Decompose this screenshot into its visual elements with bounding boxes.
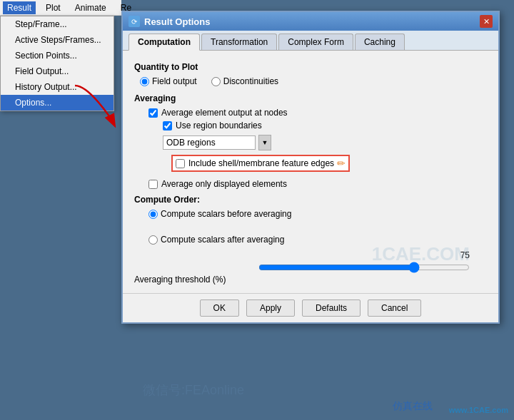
include-shell-highlighted-row: Include shell/membrane feature edges ✏ <box>171 155 350 172</box>
tab-caching[interactable]: Caching <box>355 34 405 50</box>
compute-order-title: Compute Order: <box>134 195 487 205</box>
result-dropdown-menu: Step/Frame... Active Steps/Frames... Sec… <box>0 16 114 111</box>
cancel-button[interactable]: Cancel <box>368 299 421 317</box>
defaults-button[interactable]: Defaults <box>302 299 361 317</box>
quantity-to-plot-title: Quantity to Plot <box>134 62 487 72</box>
menu-item-step-frame[interactable]: Step/Frame... <box>1 16 114 32</box>
average-only-label: Average only displayed elements <box>161 179 287 189</box>
compute-after-label[interactable]: Compute scalars after averaging <box>148 235 487 245</box>
slider-container <box>258 262 470 273</box>
average-element-checkbox[interactable] <box>148 108 158 118</box>
dialog-icon: ⟳ <box>128 16 140 27</box>
dialog-title-text: Result Options <box>144 16 210 27</box>
use-region-checkbox[interactable] <box>163 121 172 130</box>
menu-item-options[interactable]: Options... <box>1 95 114 111</box>
compute-order-group: Compute scalars before averaging Compute… <box>148 209 487 245</box>
fangzhen-watermark: 仿真在线 <box>393 400 433 413</box>
field-output-radio[interactable] <box>140 77 149 86</box>
tab-computation[interactable]: Computation <box>128 34 200 51</box>
menu-item-history-output[interactable]: History Output... <box>1 79 114 95</box>
averaging-title: Averaging <box>134 93 487 103</box>
tab-complex-form[interactable]: Complex Form <box>278 34 353 50</box>
dialog-title-area: ⟳ Result Options <box>128 16 210 27</box>
menubar: Result Plot Animate Re <box>0 0 121 16</box>
discontinuities-radio[interactable] <box>211 77 221 86</box>
quantity-to-plot-group: Field output Discontinuities <box>140 76 487 86</box>
compute-after-text: Compute scalars after averaging <box>161 235 284 245</box>
field-output-radio-label[interactable]: Field output <box>140 76 197 86</box>
compute-before-radio[interactable] <box>148 210 158 219</box>
average-element-label: Average element output at nodes <box>161 108 288 118</box>
discontinuities-radio-label[interactable]: Discontinuities <box>211 76 278 86</box>
dialog-close-button[interactable]: ✕ <box>480 15 493 28</box>
menu-result[interactable]: Result <box>3 1 36 14</box>
apply-button[interactable]: Apply <box>246 299 295 317</box>
corner-watermark: www.1CAE.com <box>449 406 508 414</box>
select-dropdown-arrow[interactable]: ▼ <box>258 135 271 150</box>
menu-animate[interactable]: Animate <box>71 1 111 14</box>
compute-before-text: Compute scalars before averaging <box>161 209 291 219</box>
result-options-dialog: ⟳ Result Options ✕ Computation Transform… <box>121 11 500 324</box>
center-watermark: 微信号:FEAonline <box>143 381 244 399</box>
tab-bar: Computation Transformation Complex Form … <box>123 31 498 51</box>
menu-item-active-steps[interactable]: Active Steps/Frames... <box>1 32 114 48</box>
average-element-row: Average element output at nodes <box>148 108 487 118</box>
field-output-label: Field output <box>152 76 197 86</box>
averaging-threshold-slider[interactable] <box>258 262 470 273</box>
dialog-footer: OK Apply Defaults Cancel <box>123 293 498 322</box>
averaging-threshold-label: Averaging threshold (%) <box>134 275 487 285</box>
include-shell-checkbox[interactable] <box>176 159 185 168</box>
average-only-row: Average only displayed elements <box>148 179 487 189</box>
slider-value-text: 75 <box>460 250 470 260</box>
compute-after-radio[interactable] <box>148 235 158 245</box>
average-only-checkbox[interactable] <box>148 180 158 189</box>
pencil-icon: ✏ <box>337 158 346 169</box>
dialog-content: Quantity to Plot Field output Discontinu… <box>123 51 498 293</box>
odb-regions-select[interactable]: ODB regions Element sets Display groups <box>163 135 256 150</box>
tab-transformation[interactable]: Transformation <box>201 34 277 50</box>
compute-before-label[interactable]: Compute scalars before averaging <box>148 209 487 219</box>
slider-value-row: 75 <box>134 250 470 260</box>
include-shell-label: Include shell/membrane feature edges <box>188 158 334 168</box>
menu-item-section-points[interactable]: Section Points... <box>1 48 114 63</box>
dialog-titlebar: ⟳ Result Options ✕ <box>123 12 498 31</box>
use-region-label: Use region boundaries <box>176 121 262 130</box>
menu-item-field-output[interactable]: Field Output... <box>1 63 114 79</box>
ok-button[interactable]: OK <box>200 299 239 317</box>
use-region-row: Use region boundaries <box>163 121 487 130</box>
odb-regions-row: ODB regions Element sets Display groups … <box>163 135 487 150</box>
discontinuities-label: Discontinuities <box>223 76 278 86</box>
menu-plot[interactable]: Plot <box>41 1 65 14</box>
